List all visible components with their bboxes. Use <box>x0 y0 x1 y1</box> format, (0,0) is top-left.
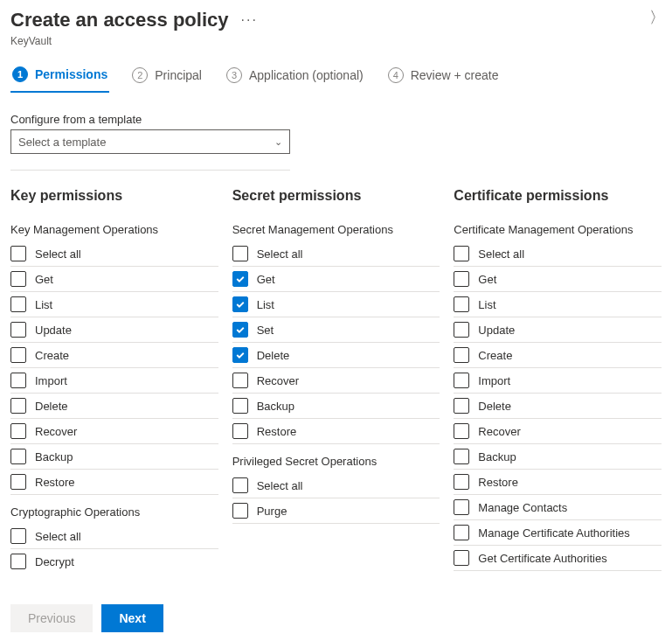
permission-checkbox[interactable] <box>232 477 248 493</box>
more-menu-icon[interactable]: ··· <box>240 12 257 28</box>
page-title: Create an access policy <box>10 9 228 31</box>
permission-checkbox[interactable] <box>10 398 26 414</box>
permission-checkbox[interactable] <box>454 373 469 388</box>
close-icon[interactable]: 〉 <box>649 7 665 28</box>
permission-item: Delete <box>10 394 218 419</box>
permission-label: Create <box>35 349 69 362</box>
permission-label: Delete <box>478 400 511 413</box>
tab-label: Application (optional) <box>249 68 364 82</box>
tab-step-4[interactable]: 4Review + create <box>386 59 501 93</box>
permission-item: Backup <box>454 444 662 470</box>
permission-item: Restore <box>10 470 218 495</box>
permission-checkbox[interactable] <box>10 528 26 544</box>
permission-label: Get <box>257 273 275 286</box>
step-number-icon: 2 <box>132 67 148 83</box>
permission-checkbox[interactable] <box>454 474 469 490</box>
permission-checkbox[interactable] <box>454 449 469 464</box>
permission-checkbox[interactable] <box>454 423 469 439</box>
permission-checkbox[interactable] <box>454 347 469 363</box>
permission-checkbox[interactable] <box>10 554 26 569</box>
permission-label: Get <box>35 273 53 286</box>
permission-item: Get <box>232 267 440 292</box>
permission-checkbox[interactable] <box>454 271 469 287</box>
permissions-column: Certificate permissionsCertificate Manag… <box>454 188 662 573</box>
permission-checkbox[interactable] <box>232 271 248 287</box>
permission-label: Backup <box>257 400 294 413</box>
group-heading: Certificate Management Operations <box>454 223 662 236</box>
permission-checkbox[interactable] <box>232 503 248 519</box>
permission-item: Create <box>10 343 218 368</box>
permission-item: Select all <box>10 241 218 267</box>
template-select[interactable]: Select a template ⌄ <box>10 129 290 154</box>
permission-checkbox[interactable] <box>10 423 26 439</box>
permission-item: Backup <box>232 394 440 419</box>
permission-checkbox[interactable] <box>10 296 26 312</box>
permission-item: Restore <box>232 419 440 444</box>
permission-label: Select all <box>35 247 81 261</box>
tab-label: Permissions <box>35 67 107 81</box>
permission-item: Import <box>10 368 218 394</box>
step-number-icon: 1 <box>12 66 28 82</box>
permission-item: Restore <box>454 470 662 495</box>
previous-button[interactable]: Previous <box>10 604 93 632</box>
permission-label: Set <box>257 324 274 337</box>
divider <box>10 170 290 171</box>
permission-label: Select all <box>257 247 303 261</box>
permission-label: Purge <box>257 505 288 518</box>
breadcrumb: KeyVault <box>0 35 672 59</box>
permission-checkbox[interactable] <box>454 246 469 261</box>
step-number-icon: 4 <box>388 67 404 83</box>
permission-item: Delete <box>454 394 662 419</box>
permission-label: Delete <box>257 349 290 362</box>
permission-label: Backup <box>35 450 73 463</box>
permission-checkbox[interactable] <box>10 373 26 388</box>
permission-checkbox[interactable] <box>10 246 26 261</box>
permission-item: Create <box>454 343 662 368</box>
permission-checkbox[interactable] <box>232 423 248 439</box>
permission-label: Update <box>478 324 515 337</box>
permission-checkbox[interactable] <box>454 550 469 566</box>
permission-label: Update <box>35 324 72 337</box>
permission-label: Recover <box>478 425 520 438</box>
permission-checkbox[interactable] <box>232 246 248 261</box>
column-heading: Certificate permissions <box>454 188 662 204</box>
permission-item: Select all <box>232 241 440 267</box>
permission-checkbox[interactable] <box>232 398 248 414</box>
tab-label: Principal <box>155 68 202 82</box>
next-button[interactable]: Next <box>101 604 163 632</box>
group-heading: Privileged Secret Operations <box>232 455 440 468</box>
permission-checkbox[interactable] <box>454 398 469 414</box>
permission-item: Get <box>454 267 662 292</box>
permission-checkbox[interactable] <box>10 474 26 490</box>
tab-step-2[interactable]: 2Principal <box>130 59 204 93</box>
permission-checkbox[interactable] <box>10 449 26 464</box>
permission-label: Recover <box>35 425 77 438</box>
tab-step-1[interactable]: 1Permissions <box>10 59 109 93</box>
group-heading: Secret Management Operations <box>232 223 440 236</box>
permission-label: Decrypt <box>35 555 74 568</box>
permission-item: Recover <box>232 368 440 394</box>
permission-checkbox[interactable] <box>232 322 248 338</box>
permission-item: Select all <box>10 524 218 549</box>
permission-item: Manage Certificate Authorities <box>454 520 662 546</box>
tab-step-3[interactable]: 3Application (optional) <box>225 59 365 93</box>
permission-item: Get <box>10 267 218 292</box>
permission-checkbox[interactable] <box>454 296 469 312</box>
permission-checkbox[interactable] <box>232 347 248 363</box>
permission-item: Recover <box>10 419 218 444</box>
permission-checkbox[interactable] <box>454 525 469 540</box>
permission-item: List <box>10 292 218 317</box>
permission-checkbox[interactable] <box>10 271 26 287</box>
permission-item: List <box>232 292 440 317</box>
permission-item: Manage Contacts <box>454 495 662 520</box>
permission-checkbox[interactable] <box>10 322 26 338</box>
permission-checkbox[interactable] <box>454 499 469 515</box>
permission-label: Get Certificate Authorities <box>478 552 606 565</box>
permission-checkbox[interactable] <box>232 296 248 312</box>
permission-checkbox[interactable] <box>10 347 26 363</box>
permission-item: Purge <box>232 498 440 524</box>
permission-item: Update <box>454 317 662 343</box>
permission-checkbox[interactable] <box>454 322 469 338</box>
permission-item: Update <box>10 317 218 343</box>
permission-checkbox[interactable] <box>232 373 248 388</box>
